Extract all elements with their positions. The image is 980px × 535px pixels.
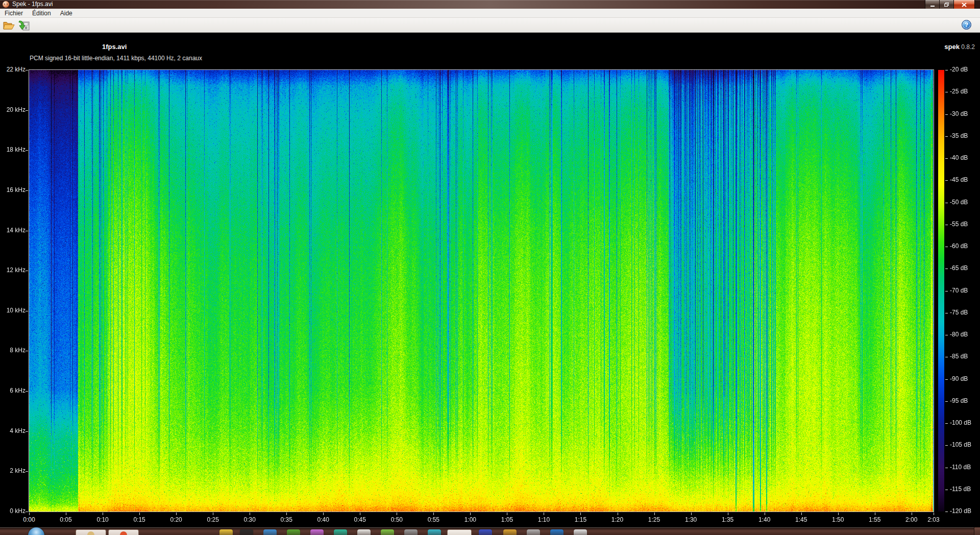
db-tick-label: -20 dB: [950, 66, 968, 73]
time-tick-label: 2:00: [900, 516, 923, 523]
db-tick-mark: [945, 203, 948, 203]
db-tick-label: -25 dB: [950, 88, 968, 95]
time-tick-mark: [838, 513, 839, 515]
taskbar-icon-white2[interactable]: [574, 529, 587, 535]
menu-item-edition[interactable]: Édition: [28, 9, 56, 17]
time-tick-mark: [618, 513, 618, 515]
taskbar-button-active[interactable]: [447, 529, 472, 535]
db-tick-mark: [945, 136, 948, 137]
freq-tick-label: 2 kHz: [2, 467, 26, 474]
time-tick-mark: [66, 513, 66, 515]
time-tick-label: 0:25: [202, 516, 224, 523]
db-tick-label: -70 dB: [950, 287, 968, 294]
taskbar-icon-green2[interactable]: [381, 529, 394, 535]
taskbar-icon-green[interactable]: [287, 529, 300, 535]
db-tick-label: -55 dB: [950, 221, 968, 228]
db-tick-mark: [945, 401, 948, 402]
taskbar-button-player[interactable]: [108, 529, 139, 535]
freq-tick-label: 20 kHz: [2, 106, 26, 113]
db-tick-label: -30 dB: [950, 110, 968, 117]
db-tick-label: -115 dB: [950, 485, 971, 493]
taskbar-icon-teal[interactable]: [334, 529, 347, 535]
time-tick-label: 1:50: [827, 516, 849, 523]
menu-item-aide[interactable]: Aide: [56, 9, 77, 17]
time-tick-mark: [433, 513, 434, 515]
taskbar-icon-blue[interactable]: [263, 529, 277, 535]
time-tick-label: 1:00: [459, 516, 481, 523]
db-tick-mark: [945, 70, 948, 70]
freq-tick-label: 10 kHz: [2, 307, 26, 314]
show-desktop-button[interactable]: [974, 527, 980, 535]
open-file-button[interactable]: [2, 19, 16, 32]
time-tick-mark: [691, 513, 692, 515]
freq-tick-mark: [26, 311, 28, 311]
db-tick-label: -90 dB: [950, 375, 968, 382]
db-tick-label: -75 dB: [950, 309, 968, 316]
taskbar-icon-white[interactable]: [357, 529, 371, 535]
time-tick-label: 0:00: [18, 516, 40, 523]
taskbar-icon-dark[interactable]: [240, 529, 253, 535]
freq-tick-mark: [26, 351, 28, 351]
time-tick-mark: [507, 513, 507, 515]
db-tick-mark: [945, 291, 948, 291]
freq-tick-mark: [26, 150, 28, 151]
time-tick-label: 0:45: [349, 516, 371, 523]
taskbar-button-folder[interactable]: [76, 529, 106, 535]
time-tick-mark: [323, 513, 324, 515]
time-tick-label: 0:40: [312, 516, 334, 523]
db-tick-mark: [945, 490, 948, 490]
time-tick-mark: [103, 513, 103, 515]
taskbar-button-folder-icon: [87, 531, 94, 535]
db-tick-mark: [945, 247, 948, 247]
db-tick-label: -65 dB: [950, 264, 968, 272]
minimize-icon: [930, 3, 935, 7]
freq-tick-mark: [26, 231, 28, 231]
freq-tick-label: 12 kHz: [2, 266, 26, 274]
taskbar-icon-gold[interactable]: [219, 529, 233, 535]
save-image-button[interactable]: [17, 19, 31, 32]
db-tick-label: -35 dB: [950, 132, 968, 139]
taskbar-button-player-icon: [120, 531, 127, 535]
db-tick-mark: [945, 423, 948, 424]
taskbar-icon-blue2[interactable]: [479, 529, 492, 535]
freq-tick-mark: [26, 431, 28, 432]
db-tick-label: -105 dB: [950, 441, 971, 448]
help-button[interactable]: ?: [962, 20, 971, 30]
freq-tick-label: 14 kHz: [2, 227, 26, 234]
time-tick-mark: [912, 513, 912, 515]
freq-tick-mark: [26, 471, 28, 472]
time-tick-label: 1:15: [569, 516, 592, 523]
spek-version-label: spek 0.8.2: [944, 43, 975, 51]
taskbar-icon-gray[interactable]: [404, 529, 418, 535]
start-orb[interactable]: [28, 527, 44, 535]
window-title: Spek - 1fps.avi: [12, 1, 53, 8]
taskbar-icon-magenta[interactable]: [310, 529, 324, 535]
db-tick-mark: [945, 335, 948, 335]
freq-tick-label: 16 kHz: [2, 186, 26, 193]
time-tick-mark: [176, 513, 177, 515]
taskbar-icon-cyan[interactable]: [428, 529, 441, 535]
taskbar-icon-gray2[interactable]: [527, 529, 540, 535]
db-tick-label: -80 dB: [950, 331, 968, 338]
time-tick-label: 1:55: [864, 516, 886, 523]
time-tick-mark: [875, 513, 875, 515]
menu-bar: FichierÉditionAide: [0, 9, 980, 18]
open-folder-icon: [3, 20, 15, 31]
menu-item-fichier[interactable]: Fichier: [0, 9, 28, 17]
taskbar[interactable]: [0, 527, 980, 535]
db-tick-mark: [945, 269, 948, 269]
time-tick-mark: [728, 513, 728, 515]
db-tick-mark: [945, 313, 948, 313]
freq-tick-mark: [26, 271, 28, 271]
time-tick-label: 1:30: [680, 516, 702, 523]
time-tick-label: 2:03: [922, 516, 945, 523]
spek-version: 0.8.2: [961, 43, 975, 51]
window-titlebar[interactable]: Spek - 1fps.avi: [0, 0, 980, 9]
taskbar-icon-gold2[interactable]: [503, 529, 517, 535]
db-tick-label: -95 dB: [950, 397, 968, 404]
taskbar-icon-bluetv[interactable]: [550, 529, 564, 535]
db-tick-mark: [945, 468, 948, 468]
freq-tick-label: 6 kHz: [2, 387, 26, 394]
time-tick-mark: [360, 513, 360, 515]
time-tick-mark: [544, 513, 544, 515]
